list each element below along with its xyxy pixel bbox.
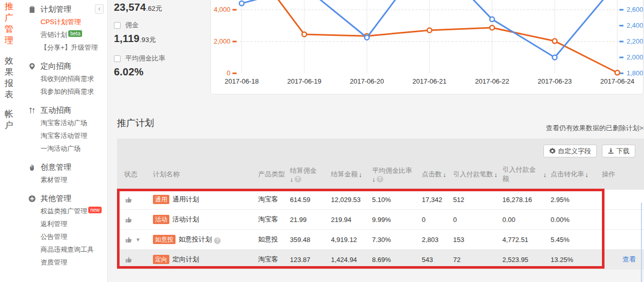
clicks-cell: 2,803 bbox=[418, 236, 449, 244]
help-icon[interactable]: ? bbox=[295, 176, 301, 183]
sidebar-item-label: 资质管理 bbox=[41, 258, 67, 266]
col-header-1: 计划名称 bbox=[149, 159, 254, 190]
sidebar-group-4[interactable]: 其他管理 bbox=[28, 192, 108, 205]
sidebar-item-4-4[interactable]: 资质管理 bbox=[28, 256, 108, 269]
sidebar-item-0-2[interactable]: 【分享+】升级管理 bbox=[28, 41, 108, 54]
sidebar-item-label: 权益类推广管理 bbox=[41, 207, 87, 215]
badge-new: new bbox=[88, 207, 102, 213]
sidebar-item-label: 素材管理 bbox=[41, 176, 67, 184]
sidebar-group-3[interactable]: 创意管理 bbox=[28, 161, 108, 173]
sidebar-item-2-1[interactable]: 淘宝客活动管理 bbox=[28, 129, 108, 142]
avg-rate-checkbox[interactable] bbox=[114, 55, 121, 62]
left-axis-label: 0 bbox=[227, 69, 230, 77]
sidebar-item-0-1[interactable]: 营销计划beta bbox=[28, 28, 108, 41]
col-header-line1: 状态 bbox=[124, 170, 149, 179]
col-header-label: 结算佣金 bbox=[290, 166, 317, 175]
col-header-2: 产品类型 bbox=[254, 159, 286, 190]
sidebar-group-label: 定向招商 bbox=[41, 62, 71, 71]
plan-name-cell: 如意投如意投计划? bbox=[149, 235, 254, 244]
chevron-down-icon[interactable]: ▼ bbox=[135, 237, 141, 243]
sidebar-submenu: 计划管理CPS计划管理营销计划beta【分享+】升级管理定向招商我收到的招商需求… bbox=[28, 0, 108, 269]
col-header-line1: 引入付款金额↓ bbox=[502, 165, 547, 184]
type-cell: 淘宝客 bbox=[254, 255, 286, 264]
type-cell: 如意投 bbox=[254, 235, 286, 244]
thumb-up-icon[interactable] bbox=[125, 235, 133, 244]
sidebar-item-0-0[interactable]: CPS计划管理 bbox=[28, 15, 108, 28]
sidebar-collapse-button[interactable]: ‹ bbox=[95, 4, 104, 14]
sidebar-item-2-2[interactable]: 一淘活动广场 bbox=[28, 142, 108, 155]
col-header-label: 计划名称 bbox=[153, 170, 180, 179]
plan-name-cell: 活动活动计划 bbox=[149, 215, 254, 224]
thumb-up-icon[interactable] bbox=[125, 195, 133, 204]
data-point bbox=[490, 26, 495, 30]
sidebar-item-2-0[interactable]: 淘宝客活动广场 bbox=[28, 116, 108, 129]
sort-desc-icon[interactable]: ↓ bbox=[290, 175, 294, 183]
sidebar-item-4-1[interactable]: 返利管理 bbox=[28, 217, 108, 230]
col-header-label: 点击数 bbox=[422, 170, 442, 179]
cvr-cell: 13.25% bbox=[547, 256, 598, 264]
commission-cell: 359.48 bbox=[286, 236, 327, 244]
vnav-item-reports[interactable]: 效果报表 bbox=[5, 55, 15, 100]
customize-fields-button[interactable]: 自定义字段 bbox=[543, 145, 597, 157]
col-header-10: 操作 bbox=[598, 159, 644, 190]
amount-cell: 4,919.12 bbox=[327, 236, 368, 244]
x-axis-label: 2017-06-18 bbox=[225, 77, 259, 85]
right-axis-tick bbox=[619, 57, 623, 58]
data-point bbox=[553, 39, 557, 44]
col-header-label: 点击转化率 bbox=[551, 170, 584, 179]
sidebar-item-4-2[interactable]: 公告管理 bbox=[28, 230, 108, 243]
col-header-line1: 点击数↓ bbox=[422, 170, 449, 179]
sort-desc-icon[interactable]: ↓ bbox=[585, 171, 589, 178]
col-header-line1: 平均佣金比率 bbox=[372, 166, 418, 175]
col-header-9: 点击转化率↓ bbox=[547, 159, 598, 190]
right-axis-tick bbox=[619, 41, 623, 43]
plan-name: 定向计划 bbox=[172, 255, 199, 263]
help-icon[interactable]: ? bbox=[377, 176, 383, 183]
trend-line-chart: 02,0004,0001,8002,0002,2002,4002,6002017… bbox=[211, 0, 643, 94]
sidebar: 推广管理 效果报表 帐户 计划管理CPS计划管理营销计划beta【分享+】升级管… bbox=[0, 0, 108, 282]
sidebar-item-4-0[interactable]: 权益类推广管理new bbox=[28, 205, 108, 217]
sort-desc-icon[interactable]: ↓ bbox=[494, 171, 498, 178]
thumb-up-icon[interactable] bbox=[125, 255, 133, 264]
sort-desc-icon[interactable]: ↓ bbox=[443, 171, 446, 178]
col-header-label: 产品类型 bbox=[258, 170, 285, 179]
col-header-label: 状态 bbox=[124, 170, 138, 179]
sort-desc-icon[interactable]: ↓ bbox=[359, 171, 362, 178]
table-row: 通用通用计划淘宝客614.5912,029.535.10%17,34251216… bbox=[117, 190, 644, 210]
col-header-label: 操作 bbox=[602, 170, 615, 179]
plan-name: 如意投计划 bbox=[179, 235, 212, 243]
commission-cell: 21.99 bbox=[286, 216, 327, 224]
commission-checkbox[interactable] bbox=[114, 22, 121, 29]
vnav-item-promotion[interactable]: 推广管理 bbox=[5, 1, 15, 46]
vnav-item-account[interactable]: 帐户 bbox=[5, 109, 15, 131]
download-button[interactable]: 下载 bbox=[602, 145, 635, 157]
summary-stats: 23,574.62元 佣金 1,119.93元 平均佣金比率 6.02% bbox=[114, 0, 206, 78]
type-cell: 淘宝客 bbox=[254, 195, 286, 204]
gear-icon bbox=[549, 148, 556, 154]
orders-cell: 72 bbox=[449, 256, 498, 264]
help-icon[interactable]: ? bbox=[214, 237, 221, 244]
right-axis-label: 2,000 bbox=[627, 53, 643, 61]
status-cell bbox=[117, 195, 149, 204]
amount-cell: 1,424.94 bbox=[327, 256, 368, 264]
view-link[interactable]: 查看 bbox=[602, 255, 636, 263]
data-point bbox=[490, 17, 495, 22]
amount-cell: 12,029.53 bbox=[327, 196, 368, 204]
clicks-cell: 17,342 bbox=[418, 196, 449, 204]
deleted-plans-link[interactable]: 查看仍有效果数据的已删除计划>> bbox=[546, 124, 644, 133]
col-header-line1: 操作 bbox=[602, 170, 644, 179]
people-icon bbox=[28, 107, 36, 114]
sidebar-group-1[interactable]: 定向招商 bbox=[28, 60, 108, 72]
sidebar-item-3-0[interactable]: 素材管理 bbox=[28, 173, 108, 186]
sidebar-group-2[interactable]: 互动招商 bbox=[28, 104, 108, 116]
sidebar-item-1-1[interactable]: 我参加的招商需求 bbox=[28, 85, 108, 98]
sidebar-item-1-0[interactable]: 我收到的招商需求 bbox=[28, 72, 108, 85]
sidebar-item-4-3[interactable]: 商品违规查询工具 bbox=[28, 243, 108, 256]
table-header-row: 状态计划名称产品类型结算佣金↓?结算金额↓平均佣金比率↓?点击数↓引入付款笔数↓… bbox=[117, 159, 644, 190]
clicks-cell: 0 bbox=[418, 216, 449, 224]
plan-name-cell: 定向定向计划 bbox=[149, 255, 254, 264]
thumb-up-icon[interactable] bbox=[125, 215, 133, 224]
sidebar-item-label: 淘宝客活动广场 bbox=[41, 119, 87, 127]
sort-desc-icon[interactable]: ↓ bbox=[372, 175, 376, 183]
plan-type-badge: 通用 bbox=[153, 195, 169, 204]
